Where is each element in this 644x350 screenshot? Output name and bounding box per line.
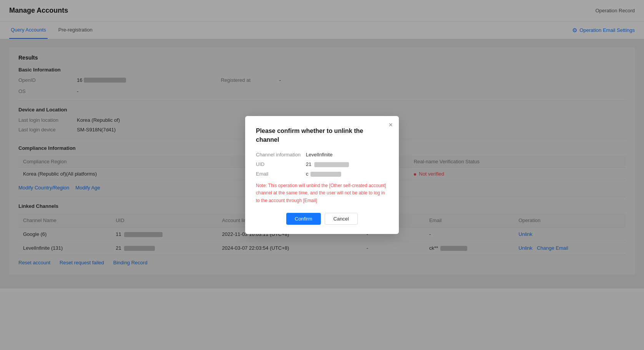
modal-channel-info-label: Channel information (256, 152, 306, 158)
modal-note: Note: This operation will unbind the [Ot… (256, 182, 388, 204)
modal: × Please confirm whether to unlink the c… (245, 116, 399, 234)
modal-info-grid: Channel information LevelInfinite UID 21… (256, 152, 388, 177)
modal-channel-info-value: LevelInfinite (306, 152, 388, 158)
modal-email-label: Email (256, 171, 306, 177)
modal-email-blur (310, 172, 341, 177)
modal-confirm-button[interactable]: Confirm (286, 213, 321, 225)
modal-uid-value: 21 (306, 161, 388, 167)
modal-uid-blur (314, 162, 349, 167)
page-wrapper: Manage Accounts Operation Record Query A… (0, 0, 644, 350)
modal-actions: Confirm Cancel (256, 213, 388, 225)
modal-overlay: × Please confirm whether to unlink the c… (0, 0, 644, 350)
modal-email-value: c (306, 171, 388, 177)
modal-close-button[interactable]: × (388, 121, 393, 128)
modal-title: Please confirm whether to unlink the cha… (256, 127, 388, 144)
modal-cancel-button[interactable]: Cancel (325, 213, 358, 225)
modal-uid-label: UID (256, 161, 306, 167)
